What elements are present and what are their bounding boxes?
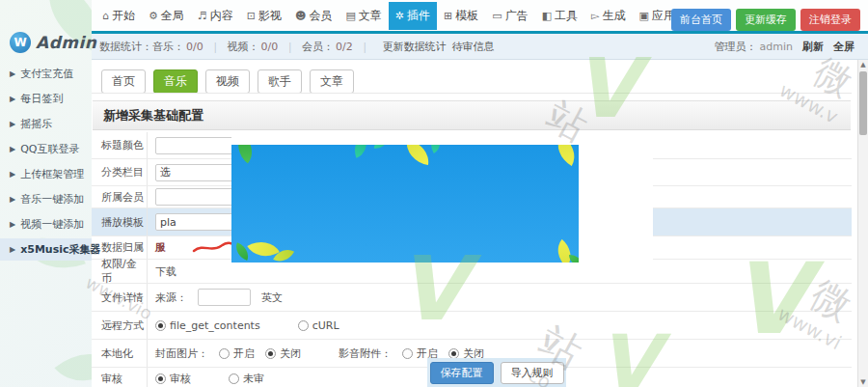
tab-4[interactable]: 歌手: [258, 69, 302, 94]
radio-option[interactable]: 关闭: [265, 346, 301, 361]
nav-item-11[interactable]: ▻生成: [584, 2, 632, 30]
form-value: file_get_contentscURL: [147, 312, 852, 339]
nav-item-6[interactable]: ▤文章: [339, 2, 388, 30]
nav-item-8[interactable]: ⊞模板: [437, 2, 485, 30]
user-icon: ☻: [295, 10, 306, 22]
sidebar-item-8[interactable]: ▶x5Music采集器: [0, 238, 92, 261]
stats-link-1[interactable]: 更新数据统计: [382, 41, 446, 53]
sidebar-item-label: 音乐一键添加: [20, 192, 84, 207]
text-input[interactable]: [198, 289, 251, 306]
leaf-icon: [425, 145, 446, 153]
nav-item-9[interactable]: ▭广告: [485, 2, 534, 30]
nav-item-10[interactable]: ◧工具: [535, 2, 584, 30]
stat-value: 0/0: [260, 41, 278, 53]
radio-option[interactable]: file_get_contents: [155, 319, 260, 332]
refresh-link[interactable]: 刷新: [802, 40, 824, 54]
stat-separator: ｜: [210, 41, 221, 53]
scrollbar-up-icon[interactable]: ▲: [858, 60, 868, 69]
home-icon: ⌂: [102, 10, 109, 22]
vertical-scrollbar[interactable]: ▲ ▼: [857, 60, 868, 387]
section-header: 新增采集基础配置: [93, 100, 851, 130]
nav-item-1[interactable]: ⌂开始: [95, 2, 142, 30]
caret-right-icon: ▶: [10, 195, 15, 204]
form-label: 文件详情: [92, 290, 147, 305]
stat-value: 0/0: [186, 41, 203, 53]
stat-name: 视频：: [227, 41, 258, 53]
form-row-8: 远程方式file_get_contentscURL: [92, 312, 852, 340]
app-icon: ▣: [639, 10, 649, 22]
scrollbar-thumb[interactable]: [859, 71, 867, 135]
nav-item-5[interactable]: ☻会员: [288, 2, 339, 30]
top-action-button-3[interactable]: 注销登录: [800, 9, 860, 31]
stats-bar: 数据统计： 音乐：0/0｜视频：0/0｜会员：0/2｜更新数据统计待审信息 管理…: [92, 34, 868, 60]
logo-brand-text: Admin: [36, 33, 96, 52]
radio-circle-icon: [155, 373, 166, 384]
stats-left: 数据统计： 音乐：0/0｜视频：0/0｜会员：0/2｜更新数据统计待审信息: [92, 40, 494, 54]
sidebar-item-7[interactable]: ▶视频一键添加: [0, 213, 92, 235]
radio-label: 未审: [243, 372, 264, 386]
top-action-button-1[interactable]: 前台首页: [671, 9, 731, 31]
form-value: 来源：英文: [147, 284, 852, 311]
radio-label: 开启: [233, 346, 255, 361]
radio-option[interactable]: 审核: [155, 372, 191, 386]
nav-item-label: 工具: [555, 8, 578, 24]
sidebar-item-6[interactable]: ▶音乐一键添加: [0, 188, 92, 210]
radio-label: 审核: [170, 372, 191, 386]
pasted-banner-image: [231, 132, 653, 267]
nav-item-label: 全局: [161, 8, 184, 24]
doc-icon: ▤: [345, 10, 355, 22]
nav-item-2[interactable]: ⚙全局: [142, 2, 191, 30]
music-icon: ♬: [198, 10, 207, 22]
form-label: 分类栏目: [92, 165, 147, 180]
tab-1[interactable]: 首页: [101, 69, 146, 94]
field-caption: 英文: [261, 290, 283, 305]
sidebar-item-label: QQ互联登录: [20, 142, 79, 156]
tab-2[interactable]: 音乐: [153, 69, 198, 94]
template-icon: ⊞: [444, 10, 452, 22]
radio-option[interactable]: 未审: [229, 372, 264, 386]
radio-circle-icon: [448, 348, 459, 359]
stats-link-2[interactable]: 待审信息: [451, 41, 494, 53]
leaf-icon: [550, 145, 579, 166]
save-config-button[interactable]: 保存配置: [430, 362, 494, 384]
sidebar-item-label: 视频一键添加: [20, 217, 84, 232]
logo-w-icon: W: [10, 32, 31, 53]
nav-item-label: 插件: [407, 8, 430, 24]
nav-item-3[interactable]: ♬内容: [191, 2, 240, 30]
caret-right-icon: ▶: [10, 170, 15, 179]
import-rules-button[interactable]: 导入规则: [501, 362, 564, 384]
sidebar-item-5[interactable]: ▶上传框架管理: [0, 163, 92, 185]
leaf-icon: [403, 145, 431, 165]
ad-icon: ▭: [492, 10, 502, 22]
form-label: 播放模板: [92, 215, 147, 230]
nav-item-label: 广告: [505, 8, 529, 24]
leaf-icon: [350, 145, 372, 158]
top-action-button-2[interactable]: 更新缓存: [736, 9, 796, 31]
leaf-icon: [569, 255, 579, 263]
tab-5[interactable]: 文章: [310, 69, 354, 94]
app-logo: W Admin: [10, 32, 96, 53]
sidebar-item-1[interactable]: ▶支付宝充值: [0, 63, 92, 85]
nav-item-label: 开始: [112, 8, 135, 24]
sidebar-item-label: x5Music采集器: [20, 242, 100, 257]
scrollbar-down-icon[interactable]: ▼: [858, 377, 868, 387]
radio-option[interactable]: 开启: [219, 346, 255, 361]
caret-right-icon: ▶: [10, 120, 15, 128]
caret-right-icon: ▶: [10, 245, 15, 254]
radio-option[interactable]: cURL: [298, 319, 339, 332]
tabs-row: 首页音乐视频歌手文章: [101, 69, 354, 94]
sidebar-item-2[interactable]: ▶每日签到: [0, 88, 92, 110]
tab-3[interactable]: 视频: [205, 69, 250, 94]
fullscreen-link[interactable]: 全屏: [833, 40, 854, 54]
stat-separator: ｜: [285, 41, 295, 53]
caret-right-icon: ▶: [10, 69, 15, 78]
sidebar-item-4[interactable]: ▶QQ互联登录: [0, 138, 92, 160]
field-caption: 影音附件：: [339, 346, 392, 361]
sidebar-item-3[interactable]: ▶摇摇乐: [0, 113, 92, 135]
nav-item-label: 会员: [309, 8, 332, 24]
screen-icon: ⊡: [247, 10, 256, 22]
nav-item-label: 内容: [210, 8, 233, 24]
nav-item-4[interactable]: ⊡影视: [240, 2, 288, 30]
nav-item-7[interactable]: ✲插件: [389, 2, 437, 30]
stats-items: 音乐：0/0｜视频：0/0｜会员：0/2｜更新数据统计待审信息: [152, 40, 494, 54]
